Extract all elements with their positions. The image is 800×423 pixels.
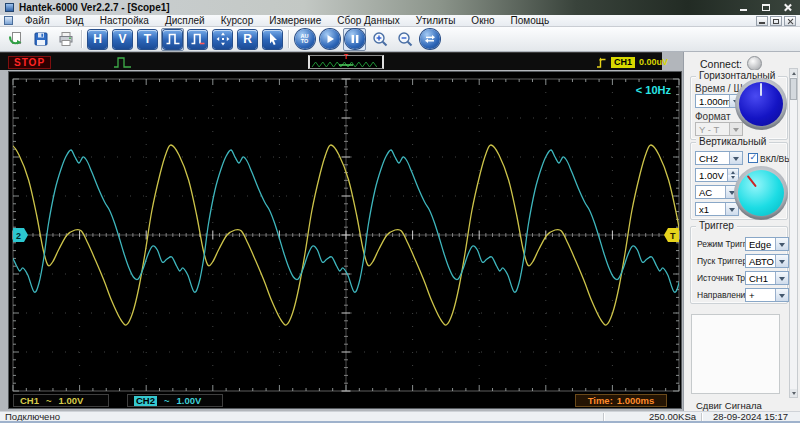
menu-item-файл[interactable]: Файл <box>17 15 58 26</box>
menu-item-утилиты[interactable]: Утилиты <box>408 15 464 26</box>
probe-select[interactable]: x1 <box>695 202 739 216</box>
volts-div-spinner[interactable]: 1.00V <box>695 168 739 182</box>
trigger-row-label: Пуск Триггера <box>697 256 747 266</box>
toolbar: HVTRAUTO <box>0 27 800 52</box>
channel-enable-label: ВКЛ/ВЫ <box>760 154 792 164</box>
ch1-readout[interactable]: CH1~1.00V <box>13 394 109 407</box>
time-div-label: Время / Ш <box>695 83 743 94</box>
pause-button[interactable] <box>343 28 366 51</box>
trigger-frequency-readout: < 10Hz <box>636 84 672 96</box>
waveform-roll-button[interactable] <box>186 28 209 51</box>
signal-shift-box <box>691 314 780 394</box>
vertical-panel-button[interactable]: V <box>111 28 134 51</box>
knob-pointer <box>760 83 762 96</box>
chevron-down-icon[interactable] <box>775 255 788 267</box>
menu-item-помощь[interactable]: Помощь <box>503 15 558 26</box>
probe-value: x1 <box>696 203 725 215</box>
timebase-knob[interactable] <box>735 78 787 130</box>
trigger-source-select[interactable]: CH1 <box>745 271 789 285</box>
channel-select[interactable]: CH2 <box>695 151 743 165</box>
chevron-down-icon[interactable] <box>775 272 788 284</box>
close-button[interactable] <box>781 2 794 13</box>
menu-bar: ФайлВидНастройкаДисплейКурсорИзмерениеСб… <box>0 15 800 27</box>
trigger-panel-button[interactable]: T <box>136 28 159 51</box>
coupling-value: AC <box>696 186 725 198</box>
horizontal-panel-button[interactable]: H <box>86 28 109 51</box>
svg-text:T: T <box>670 231 676 241</box>
title-bar: Hantek-6000 Ver2.2.7 - [Scope1] <box>0 0 800 15</box>
trigger-slope-select[interactable]: + <box>745 288 789 302</box>
volts-div-value: 1.00V <box>696 169 727 181</box>
zoom-out-button[interactable] <box>393 28 416 51</box>
minimize-button[interactable] <box>737 2 750 13</box>
waveform-normal-button[interactable] <box>161 28 184 51</box>
scrollbar-thumb[interactable] <box>790 78 797 100</box>
mdi-restore-button[interactable] <box>770 16 782 26</box>
chevron-down-icon[interactable] <box>729 152 742 164</box>
save-button[interactable] <box>29 28 52 51</box>
status-bar: Подключено 250.00KSa 28-09-2024 15:17 <box>0 411 800 421</box>
autoset-label: AUTO <box>295 29 315 49</box>
trigger-sweep-select[interactable]: АВТО <box>745 254 789 268</box>
acquisition-status-badge: STOP <box>8 56 51 69</box>
open-button[interactable] <box>4 28 27 51</box>
chevron-down-icon[interactable] <box>775 238 788 250</box>
coupling-select[interactable]: AC <box>695 185 739 199</box>
connect-button[interactable] <box>747 56 762 71</box>
chevron-down-icon[interactable] <box>775 289 788 301</box>
connect-label: Connect: <box>700 58 742 70</box>
menu-item-сбор-данных[interactable]: Сбор Данных <box>329 15 407 26</box>
trigger-row: Направление Тр+ <box>697 288 789 302</box>
trigger-mode-select[interactable]: Edge <box>745 237 789 251</box>
channel-readout-row: CH1~1.00V CH2~1.00V Time:1.000ms <box>9 394 681 408</box>
menu-item-настройка[interactable]: Настройка <box>92 15 157 26</box>
ch2-readout[interactable]: CH2~1.00V <box>127 394 223 407</box>
scroll-up-icon[interactable] <box>790 69 797 77</box>
cursor-measure-button[interactable] <box>261 28 284 51</box>
math-function-button[interactable] <box>211 28 234 51</box>
reference-wave-button[interactable]: R <box>236 28 259 51</box>
trigger-row: Источник ТригCH1 <box>697 271 789 285</box>
trigger-row-label: Направление Тр <box>697 290 747 300</box>
scroll-down-icon[interactable] <box>790 389 797 397</box>
trigger-channel-badge: CH1 <box>611 57 635 68</box>
statusbar-divider <box>603 413 604 421</box>
print-icon <box>56 29 76 49</box>
mdi-close-icon <box>787 18 794 25</box>
run-button[interactable] <box>318 28 341 51</box>
scope-display: 2T< 10Hz CH1~1.00V CH2~1.00V Time:1.000m… <box>8 71 682 409</box>
volts-div-knob[interactable] <box>734 166 788 220</box>
print-button[interactable] <box>54 28 77 51</box>
reference-wave-label: R <box>238 30 257 49</box>
panel-scrollbar[interactable] <box>789 68 798 398</box>
menu-item-окно[interactable]: Окно <box>463 15 502 26</box>
ch2-label: CH2 <box>134 396 157 406</box>
zoom-out-icon <box>395 29 415 49</box>
ch2-coupling-icon: ~ <box>164 395 170 406</box>
trigger-row-value: Edge <box>746 238 775 250</box>
toolbar-separator <box>288 30 289 48</box>
channel-enable-checkbox[interactable] <box>748 153 758 163</box>
menu-item-вид[interactable]: Вид <box>58 15 92 26</box>
open-icon <box>6 29 26 49</box>
save-icon <box>31 29 51 49</box>
statusbar-divider <box>701 413 702 421</box>
trigger-position-preview[interactable]: T <box>308 55 384 69</box>
trigger-panel-label: T <box>138 30 157 49</box>
trigger-group: Триггер Режим ТриггераEdgeПуск ТриггераА… <box>690 226 788 304</box>
menu-item-измерение[interactable]: Измерение <box>261 15 329 26</box>
timebase-value: 1.000ms <box>696 95 729 107</box>
self-calibration-button[interactable] <box>418 28 441 51</box>
trigger-level-readout: 0.00uV <box>639 57 668 67</box>
waveform-plot: 2T< 10Hz <box>9 72 683 393</box>
mdi-restore-icon <box>773 19 779 24</box>
ch1-coupling-icon: ~ <box>46 395 52 406</box>
autoset-button[interactable]: AUTO <box>293 28 316 51</box>
menu-item-дисплей[interactable]: Дисплей <box>157 15 213 26</box>
mdi-minimize-button[interactable] <box>756 16 768 26</box>
maximize-button[interactable] <box>759 2 772 13</box>
ch2-scale: 1.00V <box>177 395 202 406</box>
zoom-in-button[interactable] <box>368 28 391 51</box>
mdi-close-button[interactable] <box>784 16 796 26</box>
menu-item-курсор[interactable]: Курсор <box>213 15 262 26</box>
